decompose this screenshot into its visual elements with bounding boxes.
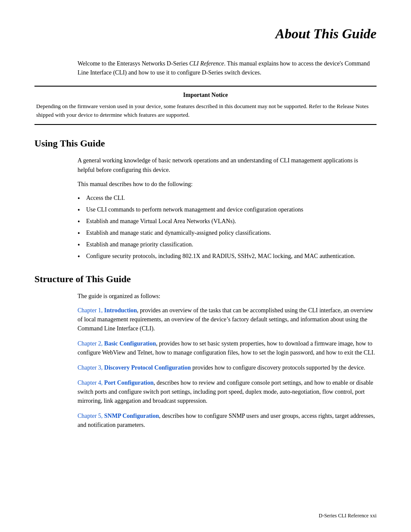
notice-box: Important Notice Depending on the firmwa… <box>34 86 377 125</box>
chapter-1-link[interactable]: Introduction <box>104 307 137 314</box>
list-item: Use CLI commands to perform network mana… <box>78 205 377 214</box>
chapter-2-link[interactable]: Basic Configuration <box>104 340 156 347</box>
page-footer: D-Series CLI Reference xxi <box>319 513 377 519</box>
notice-title: Important Notice <box>34 92 377 99</box>
chapter-5-entry: Chapter 5, SNMP Configuration, describes… <box>78 411 377 429</box>
list-item: Establish and manage static and dynamica… <box>78 228 377 237</box>
intro-paragraph: Welcome to the Enterasys Networks D-Seri… <box>78 59 377 77</box>
list-item: Configure security protocols, including … <box>78 252 377 261</box>
using-guide-section: Using This Guide A general working knowl… <box>34 138 377 261</box>
structure-guide-section: Structure of This Guide The guide is org… <box>34 274 377 429</box>
chapter-5-prefix-link[interactable]: Chapter 5, <box>78 413 104 419</box>
page-container: About This Guide Welcome to the Enterasy… <box>0 0 411 532</box>
structure-guide-intro: The guide is organized as follows: <box>78 292 377 301</box>
chapter-1-prefix-link[interactable]: Chapter 1, <box>78 307 104 314</box>
using-guide-bullets: Access the CLI. Use CLI commands to perf… <box>78 193 377 261</box>
italic-reference: CLI Reference <box>189 60 224 67</box>
list-item: Establish and manage priority classifica… <box>78 240 377 249</box>
intro-text: Welcome to the Enterasys Networks D-Seri… <box>78 59 377 77</box>
chapter-3-link[interactable]: Discovery Protocol Configuration <box>104 364 191 371</box>
chapter-1-entry: Chapter 1, Introduction, provides an ove… <box>78 306 377 333</box>
chapter-4-link[interactable]: Port Configuration <box>104 380 154 386</box>
notice-body: Depending on the firmware version used i… <box>34 102 377 119</box>
using-guide-heading: Using This Guide <box>34 138 377 149</box>
structure-guide-heading: Structure of This Guide <box>34 274 377 285</box>
list-item: Establish and manage Virtual Local Area … <box>78 217 377 226</box>
chapter-3-rest: provides how to configure discovery prot… <box>191 364 365 371</box>
using-guide-para1: A general working knowledge of basic net… <box>78 156 377 175</box>
chapter-2-prefix-link[interactable]: Chapter 2, <box>78 340 104 347</box>
using-guide-content: A general working knowledge of basic net… <box>78 156 377 261</box>
list-item: Access the CLI. <box>78 193 377 202</box>
chapter-4-prefix-link[interactable]: Chapter 4, <box>78 380 104 386</box>
chapter-2-entry: Chapter 2, Basic Configuration, provides… <box>78 339 377 357</box>
chapter-5-link[interactable]: SNMP Configuration <box>104 413 159 419</box>
page-title: About This Guide <box>34 26 377 42</box>
chapter-4-entry: Chapter 4, Port Configuration, describes… <box>78 378 377 405</box>
chapter-3-prefix-link[interactable]: Chapter 3, <box>78 364 104 371</box>
chapter-3-entry: Chapter 3, Discovery Protocol Configurat… <box>78 363 377 372</box>
using-guide-para2: This manual describes how to do the foll… <box>78 180 377 189</box>
structure-guide-content: The guide is organized as follows: Chapt… <box>78 292 377 429</box>
